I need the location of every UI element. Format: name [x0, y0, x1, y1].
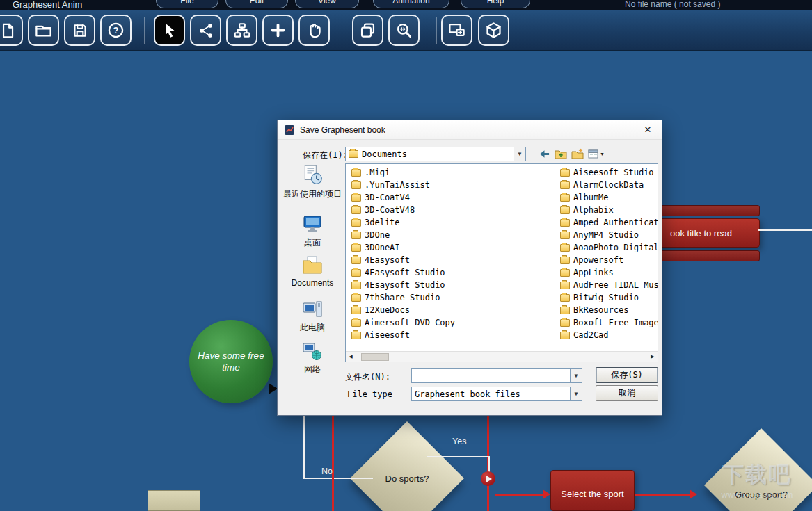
folder-icon	[560, 244, 570, 252]
file-list-item[interactable]: 3D-CoatV48	[349, 204, 555, 216]
connector-line	[758, 229, 812, 231]
file-list: .Migi .YunTaiAssist 3D-CoatV4 3D-CoatV48…	[345, 163, 658, 362]
file-list-item[interactable]: Alphabix	[557, 204, 658, 216]
file-list-item[interactable]: Aimersoft DVD Copy	[349, 316, 555, 329]
file-list-item[interactable]: 7thShare Studio	[349, 291, 555, 304]
file-name: Bitwig Studio	[573, 293, 639, 302]
file-list-item[interactable]: Aiseesoft	[349, 329, 555, 341]
folder-icon	[351, 206, 361, 214]
file-list-item[interactable]: 12XueDocs	[349, 304, 555, 316]
dropdown-arrow-icon[interactable]: ▼	[570, 387, 582, 400]
file-list-item[interactable]: 3delite	[349, 216, 555, 229]
cancel-button[interactable]: 取消	[596, 385, 658, 401]
menu-help[interactable]: Help	[461, 0, 530, 8]
cursor-icon	[161, 22, 179, 40]
file-list-item[interactable]: Apowersoft	[557, 254, 658, 266]
file-list-item[interactable]: AlarmClockData	[557, 179, 658, 191]
file-list-item[interactable]: 3D-CoatV4	[349, 191, 555, 204]
node-select-sport[interactable]: Select the sport	[550, 470, 635, 511]
file-list-item[interactable]: 4Easysoft	[349, 254, 555, 266]
file-name: Apowersoft	[573, 255, 623, 265]
file-list-item[interactable]: AoaoPhoto Digital Stu	[557, 241, 658, 254]
node-do-sports[interactable]	[350, 421, 464, 511]
file-list-item[interactable]: Boxoft Free Image Co	[557, 316, 658, 329]
duplicate-button[interactable]	[352, 15, 383, 46]
save-icon	[71, 22, 89, 40]
help-button[interactable]: ?	[100, 15, 132, 46]
tree-tool-button[interactable]	[226, 15, 257, 46]
scroll-right-icon[interactable]: ▶	[648, 354, 658, 359]
dropdown-arrow-icon[interactable]: ▼	[570, 369, 582, 382]
file-type-combobox[interactable]: Graphesent book files ▼	[411, 387, 582, 401]
place-network[interactable]: 网络	[282, 341, 343, 374]
file-list-item[interactable]: AppLinks	[557, 266, 658, 279]
scrollbar-thumb[interactable]	[361, 353, 389, 361]
red-connector-line	[332, 416, 334, 511]
file-list-item[interactable]: .YunTaiAssist	[349, 179, 555, 191]
folder-icon	[560, 269, 570, 277]
file-list-item[interactable]: Cad2Cad	[557, 329, 658, 341]
file-name: 3delite	[365, 218, 400, 227]
red-arrow-line	[635, 494, 691, 496]
playhead-marker-icon[interactable]	[481, 471, 495, 486]
folder-icon	[351, 307, 361, 314]
horizontal-scrollbar[interactable]: ◀ ▶	[346, 351, 658, 362]
menu-animation[interactable]: Animation	[373, 0, 449, 8]
file-name: AppLinks	[573, 268, 614, 277]
folder-icon	[351, 332, 361, 339]
place-documents[interactable]: Documents	[282, 255, 343, 288]
menu-bar: Graphesent Anim File Edit View Animation…	[0, 0, 812, 10]
save-in-combobox[interactable]: Documents ▼	[345, 147, 526, 161]
connector-line	[427, 456, 490, 457]
close-icon[interactable]: ✕	[640, 124, 655, 135]
save-button[interactable]	[64, 15, 95, 46]
toolbar-separator	[344, 17, 344, 44]
view-3d-button[interactable]	[478, 15, 509, 46]
file-list-item[interactable]: Amped Authenticate	[557, 216, 658, 229]
desktop-icon	[301, 213, 324, 234]
file-name-combobox[interactable]: ▼	[411, 368, 582, 383]
file-list-item[interactable]: Aiseesoft Studio	[557, 166, 658, 179]
menu-edit[interactable]: Edit	[225, 0, 288, 8]
file-name: Aiseesoft	[365, 330, 410, 340]
place-desktop[interactable]: 桌面	[282, 213, 343, 248]
file-list-item[interactable]: 4Easysoft Studio	[349, 266, 555, 279]
new-document-button[interactable]	[0, 15, 23, 46]
zoom-button[interactable]	[388, 15, 420, 46]
file-list-item[interactable]: AudFree TIDAL Music	[557, 279, 658, 291]
presentation-button[interactable]	[441, 15, 472, 46]
node-have-free-time[interactable]: Have some free time	[189, 320, 273, 403]
dropdown-arrow-icon[interactable]: ▼	[514, 147, 525, 161]
red-arrow-line	[495, 494, 544, 496]
place-recent[interactable]: 最近使用的项目	[282, 163, 343, 199]
file-list-item[interactable]: 4Esaysoft Studio	[349, 279, 555, 291]
folder-icon	[351, 169, 361, 177]
node-partial-bottom-left[interactable]	[148, 490, 200, 511]
menu-view[interactable]: View	[295, 0, 359, 8]
place-this-pc[interactable]: 此电脑	[282, 300, 343, 332]
file-list-item[interactable]: Bitwig Studio	[557, 291, 658, 304]
back-button[interactable]	[536, 147, 552, 161]
pan-tool-button[interactable]	[298, 15, 330, 46]
file-list-item[interactable]: BkResources	[557, 304, 658, 316]
file-list-item[interactable]: 3DOne	[349, 229, 555, 241]
select-tool-button[interactable]	[154, 15, 185, 46]
file-name: 3D-CoatV4	[365, 193, 410, 202]
open-button[interactable]	[28, 15, 59, 46]
save-confirm-button[interactable]: 保存(S)	[596, 367, 658, 383]
plus-icon	[269, 21, 287, 40]
menu-file[interactable]: File	[156, 0, 218, 8]
folder-icon	[351, 319, 361, 327]
view-menu-button[interactable]: ▼	[587, 147, 606, 161]
up-one-level-button[interactable]	[553, 147, 568, 161]
file-list-item[interactable]: 3DOneAI	[349, 241, 555, 254]
add-node-button[interactable]	[262, 15, 294, 46]
file-list-item[interactable]: AnyMP4 Studio	[557, 229, 658, 241]
connect-tool-button[interactable]	[190, 15, 221, 46]
dialog-titlebar[interactable]: Save Graphesent book ✕	[278, 120, 662, 140]
file-name: Cad2Cad	[573, 330, 609, 340]
new-folder-button[interactable]	[570, 147, 585, 161]
file-list-item[interactable]: .Migi	[349, 166, 555, 179]
file-list-item[interactable]: AlbumMe	[557, 191, 658, 204]
scroll-left-icon[interactable]: ◀	[346, 354, 356, 359]
